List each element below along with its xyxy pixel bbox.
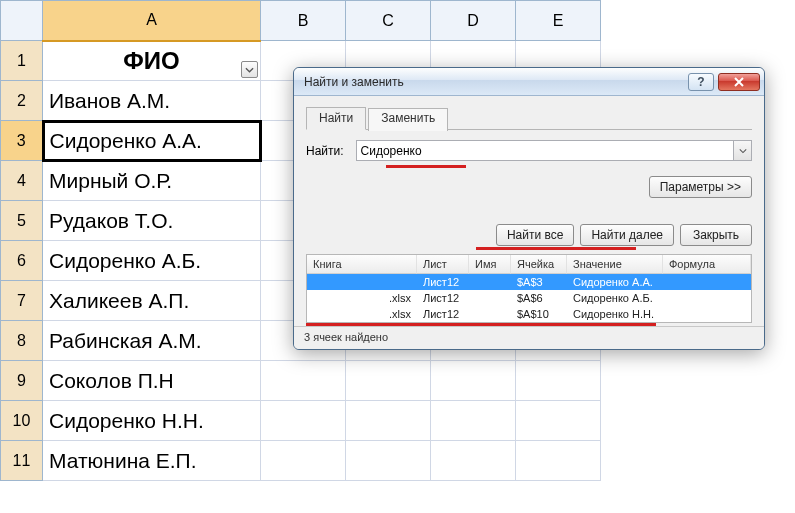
cell-a6[interactable]: Сидоренко А.Б.: [43, 241, 261, 281]
row-header-10[interactable]: 10: [1, 401, 43, 441]
find-label: Найти:: [306, 144, 344, 158]
cell-a4[interactable]: Мирный О.Р.: [43, 161, 261, 201]
row-header-8[interactable]: 8: [1, 321, 43, 361]
cell-c11[interactable]: [346, 441, 431, 481]
cell-e11[interactable]: [516, 441, 601, 481]
row-header-1[interactable]: 1: [1, 41, 43, 81]
row-header-2[interactable]: 2: [1, 81, 43, 121]
dialog-titlebar[interactable]: Найти и заменить ?: [294, 68, 764, 96]
cell-c10[interactable]: [346, 401, 431, 441]
tabs: Найти Заменить: [306, 106, 752, 130]
parameters-button[interactable]: Параметры >>: [649, 176, 752, 198]
tab-find[interactable]: Найти: [306, 107, 366, 130]
cell-a8[interactable]: Рабинская А.М.: [43, 321, 261, 361]
col-a-title: ФИО: [123, 47, 179, 74]
col-header-b[interactable]: B: [261, 1, 346, 41]
select-all-corner[interactable]: [1, 1, 43, 41]
col-header-e[interactable]: E: [516, 1, 601, 41]
col-header-a[interactable]: A: [43, 1, 261, 41]
find-input[interactable]: [356, 140, 734, 161]
cell-a1[interactable]: ФИО: [43, 41, 261, 81]
col-name[interactable]: Имя: [469, 255, 511, 274]
row-header-7[interactable]: 7: [1, 281, 43, 321]
results-header: Книга Лист Имя Ячейка Значение Формула: [307, 255, 751, 274]
col-formula[interactable]: Формула: [663, 255, 751, 274]
results-list[interactable]: Книга Лист Имя Ячейка Значение Формула Л…: [306, 254, 752, 323]
row-header-3[interactable]: 3: [1, 121, 43, 161]
cell-d9[interactable]: [431, 361, 516, 401]
find-history-dropdown[interactable]: [734, 140, 752, 161]
cell-b11[interactable]: [261, 441, 346, 481]
col-book[interactable]: Книга: [307, 255, 417, 274]
col-header-d[interactable]: D: [431, 1, 516, 41]
dialog-statusbar: 3 ячеек найдено: [294, 326, 764, 349]
row-header-5[interactable]: 5: [1, 201, 43, 241]
close-button[interactable]: Закрыть: [680, 224, 752, 246]
dialog-title: Найти и заменить: [304, 75, 684, 89]
tab-replace[interactable]: Заменить: [368, 108, 448, 131]
find-replace-dialog: Найти и заменить ? Найти Заменить Найти:…: [293, 67, 765, 350]
cell-c9[interactable]: [346, 361, 431, 401]
cell-e10[interactable]: [516, 401, 601, 441]
row-header-9[interactable]: 9: [1, 361, 43, 401]
help-button[interactable]: ?: [688, 73, 714, 91]
col-value[interactable]: Значение: [567, 255, 663, 274]
cell-b9[interactable]: [261, 361, 346, 401]
cell-a10[interactable]: Сидоренко Н.Н.: [43, 401, 261, 441]
cell-a3[interactable]: Сидоренко А.А.: [43, 121, 261, 161]
cell-d10[interactable]: [431, 401, 516, 441]
cell-e9[interactable]: [516, 361, 601, 401]
col-sheet[interactable]: Лист: [417, 255, 469, 274]
cell-a5[interactable]: Рудаков Т.О.: [43, 201, 261, 241]
row-header-4[interactable]: 4: [1, 161, 43, 201]
cell-a2[interactable]: Иванов А.М.: [43, 81, 261, 121]
close-icon[interactable]: [718, 73, 760, 91]
row-header-11[interactable]: 11: [1, 441, 43, 481]
cell-b10[interactable]: [261, 401, 346, 441]
col-header-c[interactable]: C: [346, 1, 431, 41]
annotation-underline: [386, 165, 466, 168]
find-all-button[interactable]: Найти все: [496, 224, 575, 246]
cell-d11[interactable]: [431, 441, 516, 481]
cell-a11[interactable]: Матюнина Е.П.: [43, 441, 261, 481]
results-row[interactable]: Лист12$A$3Сидоренко А.А.: [307, 274, 751, 290]
cell-a9[interactable]: Соколов П.Н: [43, 361, 261, 401]
results-row[interactable]: .xlsxЛист12$A$6Сидоренко А.Б.: [307, 290, 751, 306]
col-cell[interactable]: Ячейка: [511, 255, 567, 274]
annotation-underline: [476, 247, 636, 250]
row-header-6[interactable]: 6: [1, 241, 43, 281]
results-row[interactable]: .xlsxЛист12$A$10Сидоренко Н.Н.: [307, 306, 751, 322]
filter-dropdown-icon[interactable]: [241, 61, 258, 78]
cell-a7[interactable]: Халикеев А.П.: [43, 281, 261, 321]
find-next-button[interactable]: Найти далее: [580, 224, 674, 246]
